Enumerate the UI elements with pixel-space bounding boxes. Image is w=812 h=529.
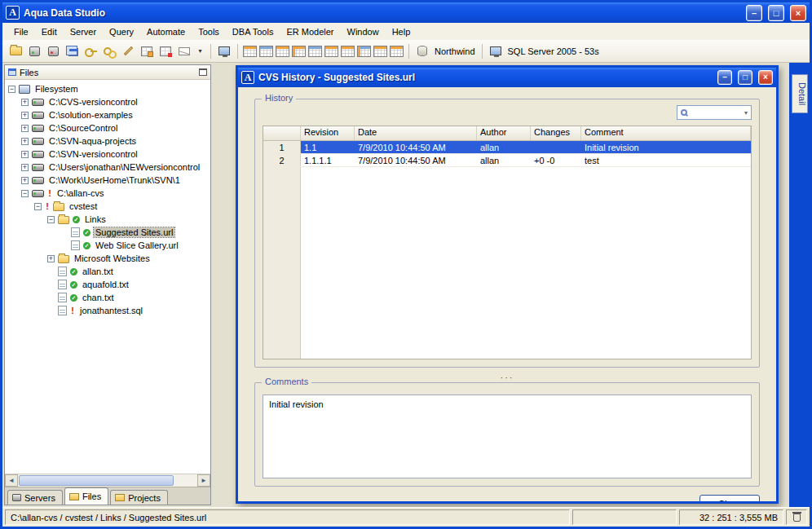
tab-detail[interactable]: Detail [792, 74, 808, 113]
comment-column-header[interactable]: Comment [581, 126, 751, 140]
open-folder-icon[interactable] [7, 43, 24, 60]
grid-view-icon-5[interactable] [308, 46, 322, 57]
grid-view-icon-9[interactable] [373, 46, 387, 57]
dialog-maximize-button[interactable]: □ [738, 70, 752, 85]
grid-view-icon-7[interactable] [341, 46, 355, 57]
edit-table-icon[interactable] [139, 43, 155, 60]
collapse-icon[interactable]: − [47, 216, 55, 223]
expand-icon[interactable]: + [21, 164, 29, 171]
history-search-box[interactable]: ▾ [677, 105, 752, 120]
tree-item-file[interactable]: ✓ allan.txt [5, 265, 210, 278]
horizontal-scrollbar[interactable]: ◄ ► [5, 474, 210, 487]
grid-view-icon-2[interactable] [259, 46, 273, 57]
grid-view-icon-10[interactable] [390, 46, 404, 57]
menu-dba-tools[interactable]: DBA Tools [226, 25, 280, 38]
tree-item-folder[interactable]: − ! cvstest [5, 200, 210, 213]
menu-query[interactable]: Query [103, 25, 140, 38]
splitter-handle[interactable]: ··· [254, 373, 760, 382]
close-button[interactable]: × [790, 5, 806, 21]
expand-icon[interactable]: + [47, 255, 55, 262]
ok-status-icon: ✓ [70, 294, 77, 302]
toolbar-dropdown-button[interactable]: ▾ [195, 43, 205, 60]
garbage-collect-button[interactable] [786, 509, 807, 525]
tree-item-label: Microsoft Websites [73, 253, 152, 263]
tab-projects[interactable]: Projects [110, 490, 168, 505]
row-number-header[interactable] [263, 126, 301, 140]
table-row[interactable]: 1 1.1 7/9/2010 10:44:50 AM allan Initial… [263, 141, 751, 154]
tree-item-folder[interactable]: + Microsoft Websites [5, 252, 210, 265]
minimize-button[interactable]: – [746, 5, 762, 21]
history-search-input[interactable] [690, 108, 742, 117]
scrollbar-thumb[interactable] [19, 475, 174, 486]
date-column-header[interactable]: Date [355, 126, 477, 140]
key-icon[interactable] [82, 43, 99, 60]
float-panel-icon[interactable] [199, 68, 207, 76]
dialog-minimize-button[interactable]: – [717, 70, 732, 85]
tab-files[interactable]: Files [64, 487, 108, 505]
collapse-icon[interactable]: − [21, 190, 29, 197]
register-server-icon[interactable] [26, 43, 42, 60]
expand-icon[interactable]: + [21, 99, 29, 106]
menu-tools[interactable]: Tools [192, 25, 226, 38]
menu-window[interactable]: Window [341, 25, 386, 38]
dialog-close-button[interactable]: × [758, 70, 773, 85]
query-window-icon[interactable] [216, 43, 232, 60]
tree-item-drive[interactable]: + C:\Users\jonathan\NEWversioncontrol [5, 161, 210, 174]
search-dropdown-icon[interactable]: ▾ [744, 109, 748, 117]
comments-groupbox: Comments Initial revision [254, 382, 760, 487]
tree-item-drive[interactable]: − ! C:\allan-cvs [5, 187, 210, 200]
menu-server[interactable]: Server [64, 25, 103, 38]
menu-help[interactable]: Help [386, 25, 417, 38]
expand-icon[interactable]: + [21, 138, 29, 145]
expand-icon[interactable]: + [21, 112, 29, 119]
table-row[interactable]: 2 1.1.1.1 7/9/2010 10:44:50 AM allan +0 … [263, 154, 751, 167]
server-name[interactable]: SQL Server 2005 - 53s [508, 46, 599, 56]
menu-er-modeler[interactable]: ER Modeler [280, 25, 340, 38]
tab-servers[interactable]: Servers [7, 490, 63, 505]
scroll-right-icon[interactable]: ► [197, 474, 210, 487]
tree-item-drive[interactable]: + C:\SVN-aqua-projects [5, 134, 210, 148]
expand-icon[interactable]: + [21, 125, 29, 132]
collapse-icon[interactable]: − [34, 203, 42, 210]
tree-item-file-selected[interactable]: ✓ Suggested Sites.url [5, 226, 210, 239]
delete-table-icon[interactable] [157, 43, 174, 60]
unregister-server-icon[interactable] [45, 43, 61, 60]
menu-automate[interactable]: Automate [140, 25, 192, 38]
menu-file[interactable]: File [7, 25, 35, 38]
tree-item-file[interactable]: ✓ chan.txt [5, 291, 210, 304]
grid-view-icon-3[interactable] [276, 46, 289, 57]
tree-item-drive[interactable]: + C:\CVS-versioncontrol [5, 95, 210, 108]
tree-item-filesystem[interactable]: − Filesystem [5, 82, 210, 95]
grid-view-icon-4[interactable] [292, 46, 306, 57]
tree-item-folder[interactable]: − ✓ Links [5, 213, 210, 226]
tree-item-drive[interactable]: + C:\Work\UserHome\Trunk\SVN\1 [5, 174, 210, 187]
tree-item-drive[interactable]: + C:\solution-examples [5, 108, 210, 121]
expand-icon[interactable]: + [21, 151, 29, 158]
tree-item-file[interactable]: ✓ aquafold.txt [5, 278, 210, 291]
tree-item-file[interactable]: ! jonathantest.sql [5, 304, 210, 317]
author-column-header[interactable]: Author [477, 126, 531, 140]
tree-item-file[interactable]: ✓ Web Slice Gallery.url [5, 239, 210, 252]
grid-view-icon-6[interactable] [324, 46, 338, 57]
mail-export-icon[interactable] [176, 43, 192, 60]
collapse-icon[interactable]: − [8, 86, 15, 93]
dialog-title-bar[interactable]: A CVS History - Suggested Sites.url – □ … [238, 68, 776, 87]
menu-edit[interactable]: Edit [35, 25, 64, 38]
title-bar[interactable]: A Aqua Data Studio – □ × [2, 2, 810, 23]
tree-item-drive[interactable]: + C:\SourceControl [5, 121, 210, 134]
server-windows-icon[interactable] [64, 43, 80, 60]
revision-column-header[interactable]: Revision [301, 126, 355, 140]
maximize-button[interactable]: □ [768, 5, 784, 21]
changes-column-header[interactable]: Changes [531, 126, 581, 140]
grid-view-icon-8[interactable] [357, 46, 371, 57]
tree-item-drive[interactable]: + C:\SVN-versioncontrol [5, 148, 210, 161]
comments-text-area[interactable]: Initial revision [263, 395, 752, 478]
keys-icon[interactable] [101, 43, 117, 60]
ok-status-icon: ✓ [83, 229, 90, 236]
scroll-left-icon[interactable]: ◄ [5, 474, 18, 487]
expand-icon[interactable]: + [21, 177, 29, 184]
grid-view-icon-1[interactable] [243, 46, 257, 57]
database-name[interactable]: Northwind [435, 46, 475, 56]
close-action-button[interactable]: Close [699, 495, 760, 501]
edit-script-icon[interactable] [120, 43, 136, 60]
